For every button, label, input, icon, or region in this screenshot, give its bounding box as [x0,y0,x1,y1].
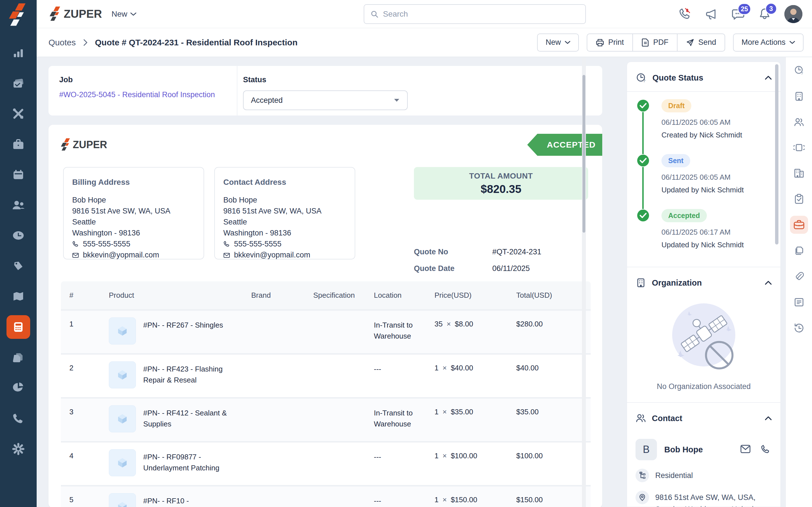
row-brand [243,487,305,496]
contacts-people-icon [636,413,646,424]
search-input[interactable] [383,10,579,18]
organization-section-header[interactable]: Organization [627,267,780,296]
no-organization-text: No Organization Associated [627,382,780,391]
new-quote-button[interactable]: New [537,34,579,52]
rail-attachments-icon[interactable] [790,268,808,286]
rail-copy-pages-icon[interactable] [790,242,808,260]
global-search[interactable] [364,4,586,24]
print-button[interactable]: Print [587,34,632,51]
table-row: 2 #PN- - RF423 - Flashing Repair & Resea… [61,353,591,397]
zuper-logo-mark-icon[interactable] [8,3,29,27]
product-thumbnail [109,361,136,388]
col-num: # [61,291,100,300]
sidebar-briefcase-icon[interactable] [6,133,30,157]
sidebar-dashboard-icon[interactable] [6,41,30,65]
contact-section-header[interactable]: Contact [627,403,780,432]
topbar-new-menu[interactable]: New [112,10,137,18]
chevron-up-icon[interactable] [765,281,772,285]
sidebar-team-icon[interactable] [6,193,30,217]
pdf-button[interactable]: PDF [632,34,677,51]
meta-label: Quote No [414,247,492,256]
pdf-label: PDF [653,38,668,47]
col-specification: Specification [305,291,365,300]
billing-phone: 555-555-5555 [83,238,130,249]
contact-region: Washington - 98136 [223,228,346,238]
rail-jobs-clipboard-icon[interactable] [790,190,808,208]
sidebar-reports-icon[interactable] [6,376,30,400]
chevron-down-icon [130,12,137,16]
sidebar-jobs-icon[interactable] [6,71,30,95]
main-content: Job #WO-2025-5045 - Residential Roof Ins… [37,57,619,507]
row-brand [243,311,305,320]
chat-icon[interactable]: 25 [731,8,745,20]
product-thumbnail [109,449,136,476]
main-scrollbar-thumb[interactable] [582,75,585,233]
send-label: Send [698,38,716,47]
row-location: --- [365,487,426,506]
email-contact-icon[interactable] [741,445,751,453]
user-avatar[interactable] [784,5,802,23]
check-circle-icon [637,99,650,112]
sidebar-settings-icon[interactable] [6,437,30,461]
job-link[interactable]: #WO-2025-5045 - Residential Roof Inspect… [59,91,215,99]
billing-address-title: Billing Address [72,178,195,187]
sidebar-tools-icon[interactable] [6,102,30,126]
row-qty: 1 [435,363,439,372]
sidebar-timesheet-icon[interactable] [6,224,30,247]
call-contact-icon[interactable] [761,445,770,454]
timeline-event-draft: Draft 06/11/2025 06:05 AM Created by Nic… [637,99,772,154]
rail-contacts-icon[interactable] [790,113,808,131]
rail-properties-icon[interactable] [790,164,808,182]
row-num: 4 [61,443,100,460]
meta-value: 06/11/2025 [492,264,530,273]
timeline-event-sent: Sent 06/11/2025 06:05 AM Updated by Nick… [637,154,772,209]
status-select[interactable]: Accepted [243,91,408,110]
phone-muted-icon[interactable] [678,8,691,20]
billing-address-card: Billing Address Bob Hope 9816 51st Ave S… [63,167,204,260]
quote-status-section-header[interactable]: ? Quote Status [627,62,780,91]
contact-details: B Bob Hope Residential 9816 51st Ave SW,… [627,432,780,507]
zuper-brand-mark-icon [61,138,71,151]
announcements-megaphone-icon[interactable] [705,8,718,20]
contact-address-card: Contact Address Bob Hope 9816 51st Ave S… [214,167,355,260]
product-name: #PN- - RF267 - Shingles [143,318,242,344]
more-actions-button[interactable]: More Actions [733,34,804,52]
organization-title: Organization [652,278,759,288]
breadcrumb-quotes-link[interactable]: Quotes [49,38,76,47]
search-icon [370,10,378,18]
chevron-up-icon[interactable] [765,75,772,80]
row-price: $8.00 [455,320,473,328]
rail-quote-details-active[interactable] [790,216,808,234]
chevron-up-icon[interactable] [765,416,772,420]
row-brand [243,355,305,363]
sidebar-documents-icon[interactable] [6,346,30,369]
row-brand [243,443,305,452]
meta-row-quote-date: Quote Date 06/11/2025 [414,264,589,273]
send-button[interactable]: Send [677,34,725,51]
row-qty: 1 [435,407,439,416]
sidebar-tags-icon[interactable] [6,254,30,278]
sidebar-calendar-icon[interactable] [6,163,30,187]
quote-status-timeline: Draft 06/11/2025 06:05 AM Created by Nic… [627,92,780,267]
rail-panorama-icon[interactable] [790,138,808,157]
row-location: --- [365,355,426,375]
product-name: #PN- - RF10 - Comprehensive Roof Inspect… [143,493,242,507]
sidebar-map-icon[interactable] [6,284,30,308]
rail-organization-icon[interactable] [790,87,808,105]
panel-scrollbar-thumb[interactable] [775,64,778,244]
billing-email: bkkevin@yopmail.com [83,249,159,261]
cube-icon [116,457,129,469]
table-row: 1 #PN- - RF267 - Shingles In-Transit to … [61,309,591,353]
sidebar-quotes-active[interactable] [6,315,30,339]
check-circle-icon [637,209,650,222]
topbar: ZUPER New 25 3 [37,0,812,28]
product-thumbnail [109,493,136,507]
row-total: $40.00 [508,355,591,372]
contact-phone: 555-555-5555 [234,238,282,249]
rail-quote-status-icon[interactable]: ? [790,61,808,79]
rail-notes-icon[interactable] [790,293,808,311]
notifications-bell-icon[interactable]: 3 [758,7,771,21]
sidebar-calls-icon[interactable] [6,407,30,431]
rail-history-icon[interactable] [790,319,808,337]
row-qty: 1 [435,496,439,504]
